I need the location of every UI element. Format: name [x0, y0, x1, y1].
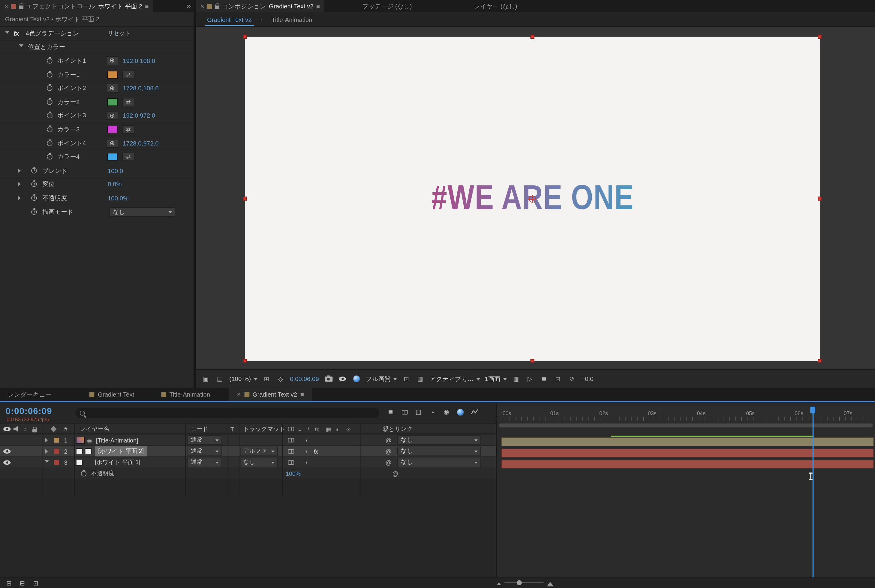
- expander-icon[interactable]: [18, 196, 23, 200]
- mode-dropdown[interactable]: 通常: [188, 458, 222, 467]
- eye-icon[interactable]: [3, 460, 11, 464]
- current-timecode[interactable]: 0:00:06:09: [6, 406, 52, 416]
- show-channels-icon[interactable]: [352, 375, 361, 383]
- frame-blend-toggle-icon[interactable]: ▥: [414, 408, 423, 416]
- composition-canvas[interactable]: #WE ARE ONE: [245, 37, 819, 361]
- zoom-in-icon[interactable]: [547, 579, 554, 586]
- gradient-swap-icon[interactable]: ⇄: [122, 70, 134, 79]
- zoom-slider-handle[interactable]: [517, 580, 522, 585]
- effects-header-icon[interactable]: ⊙: [346, 425, 351, 432]
- quality-toggle[interactable]: /: [306, 436, 307, 443]
- pickwhip-icon[interactable]: @: [386, 459, 392, 466]
- matte-column-header[interactable]: トラックマット: [243, 425, 285, 433]
- collapse-header-icon[interactable]: ◒: [298, 425, 302, 432]
- pickwhip-icon[interactable]: @: [386, 448, 392, 454]
- effect-name[interactable]: 4色グラデーション: [26, 29, 79, 38]
- layer-name[interactable]: [ホワイト 平面 1]: [95, 458, 140, 466]
- mode-column-header[interactable]: モード: [190, 425, 208, 433]
- parent-dropdown[interactable]: なし: [397, 446, 481, 456]
- anchor-point[interactable]: [529, 196, 536, 202]
- quality-header-icon[interactable]: /: [308, 425, 309, 432]
- close-icon[interactable]: ×: [200, 3, 204, 9]
- fx-header-icon[interactable]: fx: [315, 425, 319, 432]
- timeline-zoom-control[interactable]: [497, 579, 554, 586]
- current-time-indicator[interactable]: [813, 407, 813, 578]
- graph-editor-icon[interactable]: [470, 408, 479, 416]
- tab-title-animation[interactable]: Title-Animation: [153, 388, 218, 401]
- expander-icon[interactable]: [18, 168, 23, 173]
- quality-toggle[interactable]: /: [306, 448, 307, 454]
- param-value[interactable]: 0.0%: [108, 181, 122, 188]
- main-viewer-icon[interactable]: ▤: [215, 375, 224, 383]
- point-picker-button[interactable]: ⊕: [106, 111, 118, 120]
- fx-badge[interactable]: fx: [314, 448, 318, 454]
- timeline-button-icon[interactable]: ≣: [540, 375, 549, 383]
- stopwatch-icon[interactable]: [47, 72, 53, 77]
- tab-footage[interactable]: フッテージ (なし): [358, 0, 416, 12]
- shy-toggle[interactable]: [288, 438, 294, 442]
- lock-icon[interactable]: [19, 5, 23, 9]
- show-snapshot-icon[interactable]: [338, 375, 347, 383]
- color-swatch[interactable]: [107, 125, 118, 133]
- grid-guides-icon[interactable]: ⊞: [262, 375, 271, 383]
- reset-exposure-icon[interactable]: ↺: [567, 375, 576, 383]
- search-input[interactable]: [88, 410, 375, 416]
- label-color-chip[interactable]: [54, 437, 59, 442]
- stopwatch-icon[interactable]: [47, 113, 53, 118]
- always-preview-icon[interactable]: ▣: [201, 375, 210, 383]
- selection-handle[interactable]: [243, 197, 247, 201]
- panel-menu-icon[interactable]: ≡: [300, 391, 304, 398]
- tab-effect-controls[interactable]: × エフェクトコントロール ホワイト 平面 2 ≡: [0, 0, 153, 12]
- stopwatch-icon[interactable]: [31, 168, 37, 173]
- matte-dropdown[interactable]: アルファ: [240, 446, 278, 456]
- mask-visibility-icon[interactable]: ◇: [276, 375, 285, 383]
- fast-previews-icon[interactable]: ▷: [525, 375, 534, 383]
- color-swatch[interactable]: [107, 70, 118, 78]
- point-value[interactable]: 1728.0,972.0: [123, 140, 158, 146]
- selection-handle[interactable]: [243, 359, 247, 363]
- selection-handle[interactable]: [531, 35, 534, 39]
- tab-gradient-text[interactable]: Gradient Text: [82, 388, 142, 401]
- pixel-aspect-icon[interactable]: ▥: [512, 375, 521, 383]
- view-tab-inactive[interactable]: Title-Animation: [269, 12, 314, 26]
- expander-icon[interactable]: [45, 438, 50, 442]
- draft-3d-icon[interactable]: [456, 408, 465, 416]
- camera-view-dropdown[interactable]: アクティブカ…: [430, 375, 480, 383]
- panel-menu-icon[interactable]: ≡: [145, 3, 149, 9]
- reset-link[interactable]: リセット: [108, 29, 131, 37]
- selection-handle[interactable]: [243, 35, 247, 39]
- gradient-swap-icon[interactable]: ⇄: [122, 153, 134, 161]
- work-area-bar[interactable]: [499, 424, 873, 428]
- color-swatch[interactable]: [107, 98, 118, 106]
- expander-icon[interactable]: [45, 449, 50, 453]
- label-color-chip[interactable]: [54, 448, 59, 454]
- quality-toggle[interactable]: /: [306, 459, 307, 466]
- param-value[interactable]: 100.0: [108, 167, 123, 174]
- expander-icon[interactable]: [5, 31, 10, 36]
- point-value[interactable]: 1728.0,108.0: [123, 85, 158, 92]
- exposure-value[interactable]: +0.0: [581, 376, 593, 382]
- parent-column-header[interactable]: 親とリンク: [383, 425, 413, 433]
- tab-layer[interactable]: レイヤー (なし): [469, 0, 522, 12]
- pickwhip-icon[interactable]: @: [392, 470, 398, 477]
- resolution-dropdown[interactable]: フル画質: [366, 375, 397, 383]
- snapshot-icon[interactable]: [324, 375, 333, 383]
- zoom-slider[interactable]: [504, 582, 543, 583]
- matte-dropdown[interactable]: なし: [240, 458, 278, 467]
- roi-icon[interactable]: ⊡: [402, 375, 411, 383]
- label-color-chip[interactable]: [54, 460, 59, 465]
- selection-handle[interactable]: [818, 197, 822, 201]
- property-value[interactable]: 100%: [286, 470, 301, 477]
- group-label[interactable]: 位置とカラー: [28, 43, 65, 51]
- gradient-swap-icon[interactable]: ⇄: [122, 98, 134, 106]
- magnification-dropdown[interactable]: (100 %): [229, 376, 257, 382]
- zoom-out-icon[interactable]: [497, 580, 501, 585]
- layer-bar[interactable]: [501, 448, 874, 458]
- stopwatch-icon[interactable]: [47, 127, 53, 132]
- close-icon[interactable]: ×: [5, 3, 8, 9]
- expander-icon[interactable]: [18, 182, 23, 187]
- view-tab-active[interactable]: Gradient Text v2: [205, 12, 254, 26]
- time-ruler[interactable]: :00s 01s 02s 03s 04s 05s 06s 07s: [497, 407, 875, 421]
- expand-transfer-controls-icon[interactable]: ⊟: [18, 579, 27, 587]
- pickwhip-icon[interactable]: @: [386, 436, 392, 443]
